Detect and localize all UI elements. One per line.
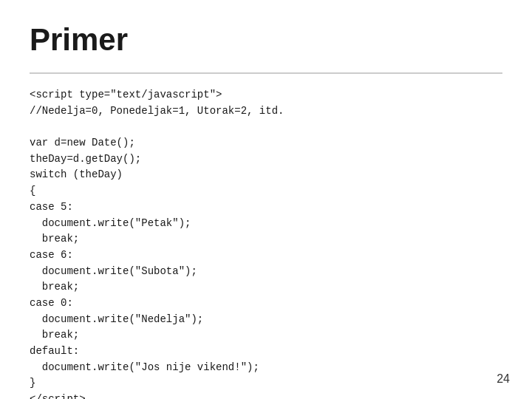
divider <box>30 72 502 74</box>
slide-title: Primer <box>30 22 502 58</box>
page-number: 24 <box>497 372 510 386</box>
code-block: <script type="text/javascript"> //Nedelj… <box>30 87 502 399</box>
slide: Primer <script type="text/javascript"> /… <box>0 0 532 399</box>
